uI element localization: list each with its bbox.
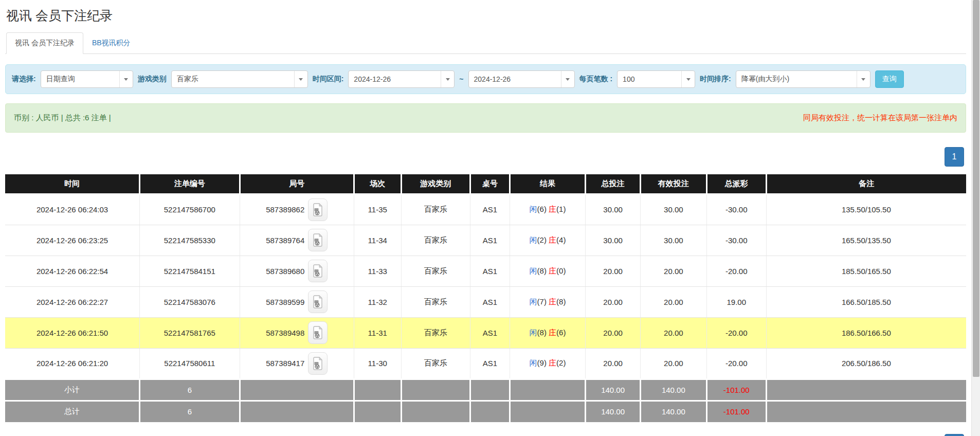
- cell-valid-bet: 20.00: [640, 286, 706, 317]
- cell-remark: 206.50/186.50: [766, 348, 966, 379]
- cell-round: 587389764: [240, 225, 354, 256]
- cell-table-code: AS1: [470, 286, 510, 317]
- cell-game-type: 百家乐: [401, 225, 470, 256]
- totals-row: 总计6140.00140.00-101.00: [5, 401, 966, 422]
- column-header: 有效投注: [640, 174, 706, 194]
- cell-total-bet[interactable]: 30.00: [586, 225, 641, 256]
- player-result: 闲: [530, 297, 537, 306]
- cell-valid-bet: 30.00: [640, 194, 706, 225]
- column-header: 游戏类别: [401, 174, 470, 194]
- chevron-down-icon[interactable]: [119, 71, 133, 87]
- cell-round: 587389498: [240, 317, 354, 348]
- cell-table-code: AS1: [470, 194, 510, 225]
- cell-bet-id: 522147585330: [140, 225, 240, 256]
- sort-label: 时间排序:: [700, 75, 731, 84]
- page-1-button-bottom[interactable]: 1: [945, 434, 964, 436]
- tab-bar: 视讯 会员下注纪录 BB视讯积分: [5, 32, 966, 54]
- cell-bet-id: 522147583076: [140, 286, 240, 317]
- tab-bb-video-points[interactable]: BB视讯积分: [83, 32, 139, 54]
- video-record-icon: [313, 264, 323, 278]
- totals-count: 6: [140, 401, 240, 422]
- totals-valid-bet: 140.00: [640, 379, 706, 401]
- search-button[interactable]: 查询: [875, 70, 904, 88]
- totals-valid-bet: 140.00: [640, 401, 706, 422]
- pagination-top: 1: [5, 147, 964, 167]
- cell-bet-id: 522147584151: [140, 256, 240, 286]
- cell-bet-id: 522147586700: [140, 194, 240, 225]
- game-type-select[interactable]: 百家乐: [171, 70, 308, 88]
- cell-time: 2024-12-26 06:23:25: [5, 225, 140, 256]
- sort-order-value: 降幂(由大到小): [736, 71, 857, 87]
- cell-payout: -20.00: [706, 317, 766, 348]
- cell-time: 2024-12-26 06:22:54: [5, 256, 140, 286]
- cell-session: 11-35: [354, 194, 401, 225]
- cell-time: 2024-12-26 06:24:03: [5, 194, 140, 225]
- cell-round: 587389680: [240, 256, 354, 286]
- query-type-select[interactable]: 日期查询: [41, 70, 133, 88]
- player-result: 闲: [530, 328, 537, 337]
- totals-payout: -101.00: [706, 401, 766, 422]
- column-header: 场次: [354, 174, 401, 194]
- cell-total-bet[interactable]: 30.00: [586, 194, 641, 225]
- date-from-select[interactable]: 2024-12-26: [348, 70, 455, 88]
- round-number: 587389498: [266, 329, 304, 337]
- cell-total-bet[interactable]: 20.00: [586, 256, 641, 286]
- betting-records-table: 时间注单编号局号场次游戏类别桌号结果总投注有效投注总派彩备注 2024-12-2…: [5, 174, 966, 422]
- chevron-down-icon[interactable]: [857, 71, 870, 87]
- cell-total-bet[interactable]: 20.00: [586, 286, 641, 317]
- video-record-icon: [313, 326, 323, 339]
- cell-total-bet[interactable]: 20.00: [586, 348, 641, 379]
- cell-result: 闲(6) 庄(1): [510, 194, 586, 225]
- video-record-button[interactable]: [308, 198, 328, 221]
- cell-payout: 19.00: [706, 286, 766, 317]
- page-size-select[interactable]: 100: [617, 70, 695, 88]
- video-record-button[interactable]: [308, 229, 328, 251]
- game-type-value: 百家乐: [172, 71, 294, 87]
- cell-valid-bet: 20.00: [640, 348, 706, 379]
- vertical-scrollbar[interactable]: [971, 0, 980, 436]
- select-label: 请选择:: [12, 75, 36, 84]
- tab-betting-records[interactable]: 视讯 会员下注纪录: [6, 32, 83, 54]
- cell-session: 11-31: [354, 317, 401, 348]
- time-range-label: 时间区间:: [313, 75, 344, 84]
- sort-order-select[interactable]: 降幂(由大到小): [736, 70, 870, 88]
- query-type-value: 日期查询: [41, 71, 119, 87]
- page-1-button[interactable]: 1: [945, 147, 964, 167]
- cell-round: 587389862: [240, 194, 354, 225]
- video-record-button[interactable]: [308, 321, 328, 344]
- cell-bet-id: 522147581765: [140, 317, 240, 348]
- video-record-button[interactable]: [308, 260, 328, 282]
- column-header: 总投注: [586, 174, 641, 194]
- round-number: 587389764: [266, 236, 304, 245]
- game-type-label: 游戏类别: [138, 75, 167, 84]
- cell-table-code: AS1: [470, 256, 510, 286]
- cell-table-code: AS1: [470, 348, 510, 379]
- chevron-down-icon[interactable]: [441, 71, 454, 87]
- banker-result: 庄: [549, 358, 556, 367]
- cell-table-code: AS1: [470, 317, 510, 348]
- page-size-label: 每页笔数 :: [579, 75, 613, 84]
- summary-currency-count: 币别 : 人民币 | 总共 :6 注单 |: [14, 113, 111, 123]
- video-record-button[interactable]: [308, 352, 328, 375]
- cell-remark: 165.50/135.50: [766, 225, 966, 256]
- cell-remark: 166.50/185.50: [766, 286, 966, 317]
- cell-valid-bet: 20.00: [640, 256, 706, 286]
- column-header: 桌号: [470, 174, 510, 194]
- chevron-down-icon[interactable]: [681, 71, 695, 87]
- chevron-down-icon[interactable]: [294, 71, 307, 87]
- column-header: 备注: [766, 174, 966, 194]
- cell-total-bet[interactable]: 20.00: [586, 317, 641, 348]
- cell-bet-id: 522147580611: [140, 348, 240, 379]
- cell-payout: -30.00: [706, 225, 766, 256]
- summary-note: 同局有效投注，统一计算在该局第一张注单内: [803, 113, 957, 123]
- date-to-value: 2024-12-26: [469, 71, 561, 87]
- banker-result: 庄: [549, 328, 556, 337]
- date-to-select[interactable]: 2024-12-26: [468, 70, 575, 88]
- scrollbar-thumb[interactable]: [973, 0, 979, 377]
- main-content: 视讯 会员下注纪录 视讯 会员下注纪录 BB视讯积分 请选择: 日期查询 游戏类…: [0, 7, 971, 436]
- chevron-down-icon[interactable]: [561, 71, 574, 87]
- banker-result: 庄: [549, 266, 556, 275]
- video-record-button[interactable]: [308, 290, 328, 313]
- cell-payout: -20.00: [706, 256, 766, 286]
- cell-remark: 186.50/166.50: [766, 317, 966, 348]
